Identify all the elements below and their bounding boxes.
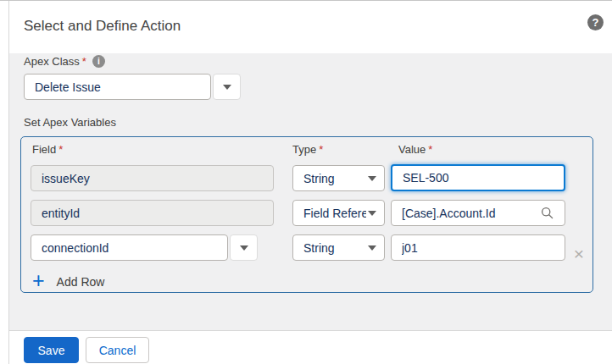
column-header-field: Field * xyxy=(32,143,63,156)
required-asterisk: * xyxy=(58,143,63,156)
value-input-row3[interactable] xyxy=(391,234,565,261)
column-header-value: Value * xyxy=(398,143,432,156)
apex-class-label-row: Apex Class * i xyxy=(24,55,105,68)
chevron-down-icon xyxy=(368,245,376,251)
apex-class-dropdown-button[interactable] xyxy=(213,74,241,100)
field-input-row3[interactable] xyxy=(31,234,228,261)
apex-class-input[interactable] xyxy=(24,74,211,100)
info-icon[interactable]: i xyxy=(92,55,105,68)
add-row-label: Add Row xyxy=(57,273,105,289)
required-asterisk: * xyxy=(428,143,432,156)
value-input-row2[interactable] xyxy=(391,200,565,226)
field-input-row2 xyxy=(31,200,274,226)
cancel-button[interactable]: Cancel xyxy=(86,337,149,363)
column-header-type: Type * xyxy=(292,143,323,156)
search-icon[interactable] xyxy=(541,207,554,219)
plus-icon: + xyxy=(32,270,45,290)
value-input-row1[interactable] xyxy=(391,164,565,191)
field-dropdown-button-row3[interactable] xyxy=(230,234,258,261)
page-title: Select and Define Action xyxy=(24,18,181,35)
chevron-down-icon xyxy=(223,85,231,90)
footer-divider xyxy=(9,330,612,331)
required-asterisk: * xyxy=(319,143,323,156)
field-input-row1 xyxy=(31,165,274,191)
type-select-row3[interactable]: String xyxy=(292,234,385,261)
add-row-button[interactable]: + Add Row xyxy=(32,270,104,290)
set-apex-variables-label: Set Apex Variables xyxy=(24,116,116,129)
help-icon[interactable]: ? xyxy=(587,14,604,30)
chevron-down-icon xyxy=(368,211,376,216)
required-asterisk: * xyxy=(82,55,86,68)
select-define-action-panel: Select and Define Action ? Apex Class * … xyxy=(0,0,612,364)
remove-row-icon[interactable]: × xyxy=(570,244,588,262)
type-select-row2[interactable]: Field Reference xyxy=(292,200,385,226)
chevron-down-icon xyxy=(240,245,248,251)
save-button[interactable]: Save xyxy=(24,337,79,363)
chevron-down-icon xyxy=(368,176,376,181)
apex-class-label: Apex Class xyxy=(24,55,80,68)
type-select-row1[interactable]: String xyxy=(292,165,385,191)
